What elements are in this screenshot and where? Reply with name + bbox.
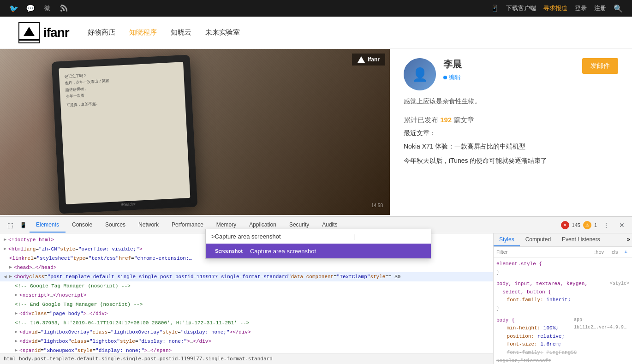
svg-point-0 <box>60 10 62 12</box>
capture-area-confirm-label: Capture area screenshot <box>250 248 316 255</box>
body-rule: app-1b111c2….ver=4.9.9:1 body { min-heig… <box>496 316 629 364</box>
wechat-icon[interactable]: 💬 <box>26 4 35 13</box>
rss-icon[interactable] <box>59 4 68 13</box>
weibo-icon[interactable]: 微 <box>42 4 52 13</box>
watermark-triangle <box>358 56 365 63</box>
code-line: ▶ <div id="lightbox" class="lightbox" st… <box>0 337 493 346</box>
breadcrumb: html body.post-template-default.single.s… <box>4 356 273 362</box>
recent-article-2[interactable]: 今年秋天以后，iTunes 的使命可能就要逐渐结束了 <box>404 155 618 166</box>
rule-source-2: app-1b111c2….ver=4.9.9:1 <box>574 316 629 331</box>
expand-icon[interactable]: ▶ <box>15 337 18 346</box>
code-line: <!-- End Google Tag Manager (noscript) -… <box>0 300 493 309</box>
seek-report-link[interactable]: 寻求报道 <box>543 4 567 12</box>
network-tab[interactable]: Network <box>132 218 165 233</box>
expand-icon[interactable]: ▶ <box>15 346 18 353</box>
author-name: 李晨 <box>443 58 575 71</box>
cls-filter-button[interactable]: .cls <box>608 248 620 256</box>
rule-source-1: <style> <box>610 280 629 287</box>
code-line: ▶ <span id="ShowUpBox" style="display: n… <box>0 346 493 353</box>
logo-box <box>18 22 40 43</box>
styles-filter-input[interactable] <box>496 249 590 255</box>
styles-tab[interactable]: Styles <box>494 233 520 246</box>
screenshot-badge: Screenshot <box>211 247 246 255</box>
expand-icon[interactable]: ▶ <box>15 328 18 336</box>
download-client-link[interactable]: 下载客户端 <box>506 4 536 12</box>
login-link[interactable]: 登录 <box>575 4 587 12</box>
content-area: 记记忘了吗？ 也许，少年一次看出了笑容 跑进这棵树， 少年一次看 可是真，真的不… <box>0 49 632 215</box>
ereader-brand-label: iReader <box>121 202 136 207</box>
expand-icon[interactable]: ▶ <box>9 263 12 272</box>
author-info: 李晨 编辑 <box>443 58 575 82</box>
logo-text: ifanr <box>43 25 69 40</box>
device-toggle-icon[interactable]: 📱 <box>17 219 30 232</box>
author-avatar: 👤 <box>404 58 436 90</box>
divider <box>404 111 618 111</box>
event-listeners-tab[interactable]: Event Listeners <box>556 233 606 246</box>
author-bio: 感觉上应该是杂食性生物。 <box>404 96 618 106</box>
capture-area-label: >Capture area screenshot <box>211 233 281 240</box>
sources-tab[interactable]: Sources <box>99 218 132 233</box>
send-email-button[interactable]: 发邮件 <box>582 58 618 74</box>
more-options-icon[interactable]: ⋮ <box>600 219 613 232</box>
styles-panel-container: Styles Computed Event Listeners » :hov .… <box>494 233 632 364</box>
mobile-icon: 📱 <box>491 5 499 12</box>
expand-icon[interactable]: ▶ <box>15 291 18 299</box>
code-line: ▶ <noscript>…</noscript> <box>0 291 493 300</box>
styles-tabs: Styles Computed Event Listeners » <box>494 233 632 247</box>
elements-tab[interactable]: Elements <box>30 218 66 233</box>
register-link[interactable]: 注册 <box>594 4 606 12</box>
twitter-icon[interactable]: 🐦 <box>9 4 18 13</box>
edit-indicator <box>443 76 447 79</box>
edit-label: 编辑 <box>449 73 461 82</box>
element-style-rule: element.style { } <box>496 260 629 276</box>
capture-area-option[interactable]: >Capture area screenshot | <box>206 229 431 244</box>
add-style-button[interactable]: + <box>623 248 629 256</box>
styles-panel: element.style { } <style> body, input, t… <box>494 257 632 364</box>
expand-icon[interactable]: ▶ <box>4 236 6 244</box>
social-icons-group: 🐦 💬 微 <box>9 4 68 13</box>
zhixiao-cloud-link[interactable]: 知晓云 <box>171 28 191 37</box>
breadcrumb-bar: html body.post-template-default.single.s… <box>0 353 493 364</box>
cursor-indicator: | <box>285 233 425 240</box>
expand-icon[interactable]: ▶ <box>4 245 6 253</box>
logo-area[interactable]: ifanr <box>18 22 69 43</box>
computed-tab[interactable]: Computed <box>520 233 556 246</box>
code-line: ▶ <head>…</head> <box>0 263 493 272</box>
recent-article-1[interactable]: Nokia X71 体验：一款高屏占比的中端机型 <box>404 141 618 151</box>
error-count-badge: ✕ <box>561 221 569 229</box>
search-icon[interactable]: 🔍 <box>614 4 623 13</box>
article-count-prefix: 累计已发布 <box>404 116 438 124</box>
code-line: ▶ <div id="lightboxOverlay" class="light… <box>0 328 493 337</box>
nav-links: 好物商店 知晓程序 知晓云 未来实验室 <box>88 28 240 37</box>
hov-filter-button[interactable]: :hov <box>592 248 606 256</box>
future-lab-link[interactable]: 未来实验室 <box>205 28 240 37</box>
filter-bar: :hov .cls + <box>494 247 632 257</box>
warning-count: 1 <box>594 222 597 228</box>
zhixiao-program-link[interactable]: 知晓程序 <box>129 28 157 37</box>
expand-tabs-icon[interactable]: » <box>625 233 632 246</box>
performance-tab[interactable]: Performance <box>165 218 210 233</box>
top-nav-right-links: 📱 下载客户端 寻求报道 登录 注册 🔍 <box>491 4 623 13</box>
author-section: 👤 李晨 编辑 发邮件 <box>404 58 618 90</box>
author-edit[interactable]: 编辑 <box>443 73 575 82</box>
expand-icon[interactable]: ▶ <box>15 310 18 318</box>
selected-code-line[interactable]: ◀ ▶ <body class="post-template-default s… <box>0 272 493 281</box>
recent-articles-label: 最近文章： <box>404 129 618 137</box>
good-store-link[interactable]: 好物商店 <box>88 28 115 37</box>
article-count-number: 192 <box>440 116 452 124</box>
right-sidebar: 👤 李晨 编辑 发邮件 感觉上应该是杂食性生物。 累计已发布 192 篇文章 最 <box>390 49 632 215</box>
article-count: 累计已发布 192 篇文章 <box>404 116 618 125</box>
article-count-suffix: 篇文章 <box>453 116 474 124</box>
console-tab[interactable]: Console <box>66 218 99 233</box>
ereader-device: 记记忘了吗？ 也许，少年一次看出了笑容 跑进这棵树， 少年一次看 可是真，真的不… <box>52 54 198 214</box>
main-nav: ifanr 好物商店 知晓程序 知晓云 未来实验室 <box>0 17 632 49</box>
code-line: <!-- t:0.37953, h:'2019-04-17T19:24:17+0… <box>0 318 493 328</box>
code-line: <!-- Google Tag Manager (noscript) --> <box>0 281 493 291</box>
capture-area-confirm[interactable]: Screenshot Capture area screenshot <box>206 244 431 258</box>
article-image: 记记忘了吗？ 也许，少年一次看出了笑容 跑进这棵树， 少年一次看 可是真，真的不… <box>0 49 390 215</box>
expand-icon[interactable]: ▶ <box>9 273 12 281</box>
close-devtools-icon[interactable]: ✕ <box>615 219 628 232</box>
image-size-label: 14.58 <box>371 203 383 208</box>
watermark: ifanr <box>352 54 385 66</box>
inspect-icon[interactable]: ⬚ <box>4 219 17 232</box>
